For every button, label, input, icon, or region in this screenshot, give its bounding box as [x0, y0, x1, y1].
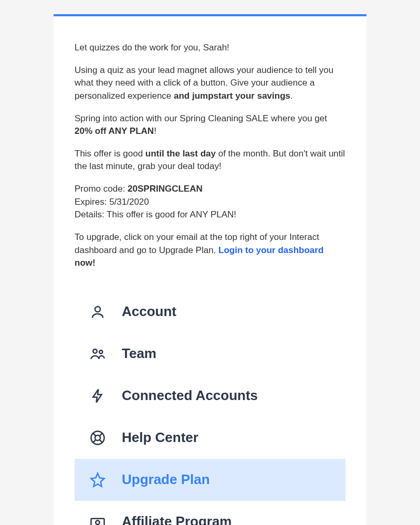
money-icon [89, 513, 106, 525]
menu-label: Upgrade Plan [122, 471, 210, 488]
svg-point-1 [93, 349, 97, 353]
paragraph-sale: Spring into action with our Spring Clean… [75, 112, 345, 138]
menu-label: Account [122, 303, 176, 320]
text-bold: 20% off ANY PLAN [75, 126, 154, 136]
text-bold: until the last day [145, 149, 216, 159]
svg-point-0 [95, 307, 100, 312]
svg-line-6 [100, 439, 102, 442]
menu-item-team: Team [75, 333, 345, 375]
menu-item-account: Account [75, 291, 345, 333]
star-icon [89, 471, 106, 488]
text-fragment: This offer is good [75, 149, 145, 159]
paragraph-upgrade-instructions: To upgrade, click on your email at the t… [75, 231, 345, 270]
menu-item-help-center: Help Center [75, 417, 345, 459]
menu-item-connected-accounts: Connected Accounts [75, 375, 345, 417]
lightning-icon [89, 387, 106, 404]
promo-code: 20SPRINGCLEAN [128, 184, 203, 194]
text-fragment: ! [154, 126, 156, 136]
menu-label: Help Center [122, 429, 198, 446]
paragraph-lead-magnet: Using a quiz as your lead magnet allows … [75, 64, 345, 103]
email-card: Let quizzes do the work for you, Sarah! … [54, 14, 366, 525]
menu-label: Team [122, 345, 156, 362]
svg-point-2 [99, 350, 102, 353]
team-icon [89, 345, 106, 362]
menu-item-affiliate-program: Affiliate Program [75, 501, 345, 525]
expires-text: Expires: 5/31/2020 [75, 197, 149, 207]
svg-line-5 [93, 433, 96, 436]
email-content: Let quizzes do the work for you, Sarah! … [54, 16, 366, 525]
menu-label: Connected Accounts [122, 387, 258, 404]
menu-label: Affiliate Program [122, 513, 232, 525]
text-fragment: . [290, 91, 293, 101]
dashboard-menu-screenshot: Account Team Connected Accounts Help Cen… [75, 291, 345, 525]
promo-label: Promo code: [75, 184, 128, 194]
user-icon [89, 303, 106, 320]
text-bold: now! [75, 258, 96, 268]
svg-line-8 [100, 433, 102, 436]
promo-details: Promo code: 20SPRINGCLEAN Expires: 5/31/… [75, 183, 345, 222]
login-dashboard-link[interactable]: Login to your dashboard [218, 245, 323, 255]
paragraph-offer-deadline: This offer is good until the last day of… [75, 148, 345, 173]
details-text: Details: This offer is good for ANY PLAN… [75, 209, 236, 219]
greeting-text: Let quizzes do the work for you, Sarah! [75, 41, 345, 55]
text-fragment: Spring into action with our Spring Clean… [75, 113, 327, 123]
svg-line-7 [93, 439, 96, 442]
lifebuoy-icon [89, 429, 106, 446]
text-bold: and jumpstart your savings [174, 91, 290, 101]
menu-item-upgrade-plan: Upgrade Plan [75, 459, 345, 501]
svg-point-10 [96, 520, 100, 524]
